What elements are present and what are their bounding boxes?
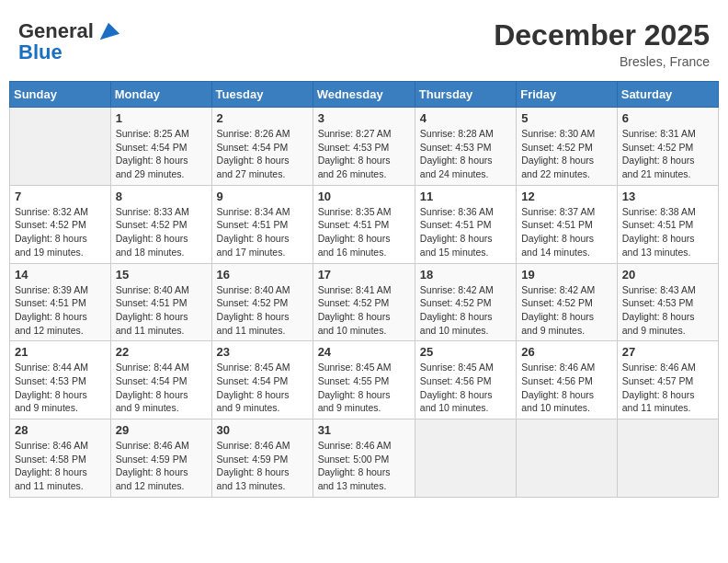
day-number: 23 <box>217 345 308 359</box>
calendar-cell: 1Sunrise: 8:25 AMSunset: 4:54 PMDaylight… <box>110 108 211 186</box>
calendar-cell: 13Sunrise: 8:38 AMSunset: 4:51 PMDayligh… <box>617 185 718 263</box>
calendar-cell: 22Sunrise: 8:44 AMSunset: 4:54 PMDayligh… <box>110 341 211 419</box>
day-number: 29 <box>116 423 207 437</box>
day-info: Sunrise: 8:46 AMSunset: 4:57 PMDaylight:… <box>622 361 713 415</box>
day-info: Sunrise: 8:46 AMSunset: 4:59 PMDaylight:… <box>217 439 308 493</box>
calendar-week-4: 21Sunrise: 8:44 AMSunset: 4:53 PMDayligh… <box>10 341 719 419</box>
calendar-cell: 23Sunrise: 8:45 AMSunset: 4:54 PMDayligh… <box>211 341 313 419</box>
day-number: 27 <box>622 345 713 359</box>
day-number: 9 <box>217 190 308 203</box>
weekday-header-row: SundayMondayTuesdayWednesdayThursdayFrid… <box>10 82 719 108</box>
calendar-cell: 6Sunrise: 8:31 AMSunset: 4:52 PMDaylight… <box>617 108 718 186</box>
calendar-week-2: 7Sunrise: 8:32 AMSunset: 4:52 PMDaylight… <box>10 185 719 263</box>
day-info: Sunrise: 8:42 AMSunset: 4:52 PMDaylight:… <box>420 283 511 338</box>
calendar-cell: 4Sunrise: 8:28 AMSunset: 4:53 PMDaylight… <box>415 108 516 186</box>
day-number: 7 <box>15 190 106 203</box>
calendar-week-1: 1Sunrise: 8:25 AMSunset: 4:54 PMDaylight… <box>10 108 719 186</box>
calendar-cell: 27Sunrise: 8:46 AMSunset: 4:57 PMDayligh… <box>617 341 718 419</box>
svg-marker-0 <box>100 23 119 40</box>
day-info: Sunrise: 8:46 AMSunset: 4:56 PMDaylight:… <box>521 361 612 415</box>
day-number: 26 <box>521 345 612 359</box>
day-number: 6 <box>622 111 713 125</box>
day-info: Sunrise: 8:37 AMSunset: 4:51 PMDaylight:… <box>521 205 612 259</box>
logo: General Blue <box>18 18 121 64</box>
day-number: 24 <box>318 345 410 359</box>
weekday-saturday: Saturday <box>617 82 718 108</box>
day-number: 17 <box>318 268 410 282</box>
day-info: Sunrise: 8:46 AMSunset: 4:59 PMDaylight:… <box>116 439 207 493</box>
day-number: 19 <box>521 268 612 282</box>
calendar-cell: 17Sunrise: 8:41 AMSunset: 4:52 PMDayligh… <box>313 263 415 341</box>
weekday-thursday: Thursday <box>415 82 516 108</box>
calendar-cell: 19Sunrise: 8:42 AMSunset: 4:52 PMDayligh… <box>517 263 618 341</box>
calendar-cell: 21Sunrise: 8:44 AMSunset: 4:53 PMDayligh… <box>10 341 111 419</box>
day-number: 12 <box>521 190 612 203</box>
calendar-cell: 7Sunrise: 8:32 AMSunset: 4:52 PMDaylight… <box>10 185 111 263</box>
calendar-cell: 9Sunrise: 8:34 AMSunset: 4:51 PMDaylight… <box>211 185 313 263</box>
day-number: 5 <box>521 111 612 125</box>
day-number: 3 <box>318 111 410 125</box>
day-info: Sunrise: 8:43 AMSunset: 4:53 PMDaylight:… <box>622 283 713 338</box>
calendar-header: SundayMondayTuesdayWednesdayThursdayFrid… <box>10 82 719 108</box>
calendar-cell: 5Sunrise: 8:30 AMSunset: 4:52 PMDaylight… <box>517 108 618 186</box>
calendar-cell: 12Sunrise: 8:37 AMSunset: 4:51 PMDayligh… <box>517 185 618 263</box>
day-info: Sunrise: 8:39 AMSunset: 4:51 PMDaylight:… <box>15 283 106 338</box>
page-header: General Blue December 2025 Bresles, Fran… <box>9 9 719 74</box>
logo-text: General Blue <box>18 18 121 64</box>
day-info: Sunrise: 8:34 AMSunset: 4:51 PMDaylight:… <box>217 205 308 259</box>
location: Bresles, France <box>494 54 710 69</box>
weekday-sunday: Sunday <box>10 82 111 108</box>
day-number: 11 <box>420 190 511 203</box>
day-info: Sunrise: 8:32 AMSunset: 4:52 PMDaylight:… <box>15 205 106 259</box>
calendar-cell: 29Sunrise: 8:46 AMSunset: 4:59 PMDayligh… <box>110 419 211 498</box>
day-info: Sunrise: 8:30 AMSunset: 4:52 PMDaylight:… <box>521 127 612 181</box>
day-info: Sunrise: 8:40 AMSunset: 4:51 PMDaylight:… <box>116 283 207 338</box>
calendar-cell: 20Sunrise: 8:43 AMSunset: 4:53 PMDayligh… <box>617 263 718 341</box>
day-info: Sunrise: 8:45 AMSunset: 4:56 PMDaylight:… <box>420 361 511 415</box>
title-block: December 2025 Bresles, France <box>494 18 710 69</box>
day-number: 22 <box>116 345 207 359</box>
day-info: Sunrise: 8:36 AMSunset: 4:51 PMDaylight:… <box>420 205 511 259</box>
calendar-cell <box>617 419 718 498</box>
day-info: Sunrise: 8:45 AMSunset: 4:55 PMDaylight:… <box>318 361 410 415</box>
day-number: 8 <box>116 190 207 203</box>
calendar-cell: 16Sunrise: 8:40 AMSunset: 4:52 PMDayligh… <box>211 263 313 341</box>
calendar-cell: 25Sunrise: 8:45 AMSunset: 4:56 PMDayligh… <box>415 341 516 419</box>
day-info: Sunrise: 8:31 AMSunset: 4:52 PMDaylight:… <box>622 127 713 181</box>
calendar-cell: 8Sunrise: 8:33 AMSunset: 4:52 PMDaylight… <box>110 185 211 263</box>
calendar-week-3: 14Sunrise: 8:39 AMSunset: 4:51 PMDayligh… <box>10 263 719 341</box>
day-info: Sunrise: 8:44 AMSunset: 4:53 PMDaylight:… <box>15 361 106 415</box>
calendar-cell: 15Sunrise: 8:40 AMSunset: 4:51 PMDayligh… <box>110 263 211 341</box>
weekday-wednesday: Wednesday <box>313 82 415 108</box>
day-info: Sunrise: 8:41 AMSunset: 4:52 PMDaylight:… <box>318 283 410 338</box>
day-info: Sunrise: 8:46 AMSunset: 5:00 PMDaylight:… <box>318 439 410 493</box>
day-info: Sunrise: 8:40 AMSunset: 4:52 PMDaylight:… <box>217 283 308 338</box>
day-number: 31 <box>318 423 410 437</box>
day-number: 13 <box>622 190 713 203</box>
day-number: 28 <box>15 423 106 437</box>
day-info: Sunrise: 8:46 AMSunset: 4:58 PMDaylight:… <box>15 439 106 493</box>
day-info: Sunrise: 8:33 AMSunset: 4:52 PMDaylight:… <box>116 205 207 259</box>
calendar-cell: 28Sunrise: 8:46 AMSunset: 4:58 PMDayligh… <box>10 419 111 498</box>
calendar-cell <box>415 419 516 498</box>
calendar-cell: 18Sunrise: 8:42 AMSunset: 4:52 PMDayligh… <box>415 263 516 341</box>
day-info: Sunrise: 8:26 AMSunset: 4:54 PMDaylight:… <box>217 127 308 181</box>
calendar-body: 1Sunrise: 8:25 AMSunset: 4:54 PMDaylight… <box>10 108 719 498</box>
month-title: December 2025 <box>494 18 710 52</box>
weekday-monday: Monday <box>110 82 211 108</box>
weekday-friday: Friday <box>517 82 618 108</box>
calendar-cell <box>10 108 111 186</box>
day-number: 10 <box>318 190 410 203</box>
weekday-tuesday: Tuesday <box>211 82 313 108</box>
calendar-cell: 10Sunrise: 8:35 AMSunset: 4:51 PMDayligh… <box>313 185 415 263</box>
day-number: 15 <box>116 268 207 282</box>
calendar-cell: 14Sunrise: 8:39 AMSunset: 4:51 PMDayligh… <box>10 263 111 341</box>
day-info: Sunrise: 8:35 AMSunset: 4:51 PMDaylight:… <box>318 205 410 259</box>
logo-icon <box>96 18 121 44</box>
day-info: Sunrise: 8:25 AMSunset: 4:54 PMDaylight:… <box>116 127 207 181</box>
day-number: 4 <box>420 111 511 125</box>
day-info: Sunrise: 8:45 AMSunset: 4:54 PMDaylight:… <box>217 361 308 415</box>
calendar-cell: 30Sunrise: 8:46 AMSunset: 4:59 PMDayligh… <box>211 419 313 498</box>
day-number: 1 <box>116 111 207 125</box>
day-number: 30 <box>217 423 308 437</box>
